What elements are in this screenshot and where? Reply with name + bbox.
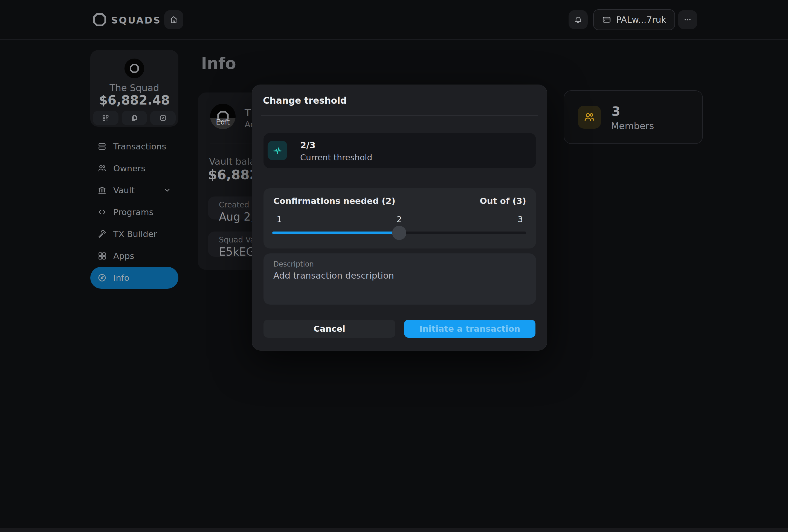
members-count: 3 — [612, 104, 620, 119]
squads-logo-icon — [93, 13, 107, 27]
qr-code-icon — [102, 114, 110, 122]
out-of-label: Out of (3) — [480, 196, 526, 206]
notifications-button[interactable] — [569, 10, 588, 29]
copy-icon — [131, 114, 138, 122]
squad-title-truncated: T — [244, 107, 251, 119]
slider-thumb[interactable] — [392, 226, 406, 240]
squad-balance: $6,882.48 — [90, 93, 178, 107]
current-threshold-card: 2/3 Current threshold — [263, 133, 536, 168]
current-threshold-value: 2/3 — [300, 140, 315, 151]
description-input[interactable] — [273, 270, 526, 300]
app-screen: SQUADS PALw...7ruk The Squad $6,882.48 — [0, 0, 788, 532]
members-card: 3 Members — [564, 90, 703, 144]
transactions-icon — [97, 142, 107, 151]
hammer-icon — [97, 229, 107, 239]
compass-icon — [97, 273, 107, 282]
ellipsis-icon — [683, 15, 692, 24]
home-button[interactable] — [164, 10, 183, 29]
wallet-button[interactable]: PALw...7ruk — [593, 9, 675, 30]
sidebar-item-info[interactable]: Info — [90, 267, 178, 289]
open-external-button[interactable] — [150, 111, 176, 125]
vault-icon — [97, 185, 107, 195]
apps-grid-icon — [97, 251, 107, 260]
sidebar-item-label: Owners — [113, 163, 145, 173]
slider-tick-2: 2 — [396, 215, 402, 224]
sidebar-nav: Transactions Owners Vault Programs TX Bu… — [90, 136, 178, 289]
sidebar-item-label: Programs — [113, 207, 154, 217]
sidebar-item-label: Info — [113, 273, 130, 283]
threshold-slider-card: Confirmations needed (2) Out of (3) 1 2 … — [263, 188, 536, 249]
chevron-down-icon — [163, 186, 171, 194]
squad-name: The Squad — [90, 82, 178, 93]
page-title: Info — [201, 54, 236, 73]
description-label: Description — [273, 260, 526, 268]
programs-icon — [97, 208, 107, 217]
edit-avatar-overlay[interactable]: Edit — [210, 118, 236, 129]
bell-icon — [573, 15, 583, 24]
qr-code-button[interactable] — [93, 111, 118, 125]
modal-title: Change treshold — [263, 95, 347, 106]
slider-tick-3: 3 — [518, 215, 523, 224]
slider-tick-1: 1 — [277, 215, 282, 224]
sidebar-item-label: TX Builder — [113, 229, 157, 239]
sidebar-item-label: Vault — [113, 185, 135, 195]
top-bar: SQUADS PALw...7ruk — [0, 0, 788, 40]
description-field-card: Description — [263, 253, 536, 304]
bottom-edge-strip — [0, 528, 788, 532]
wallet-address: PALw...7ruk — [616, 15, 666, 25]
change-threshold-modal: Change treshold 2/3 Current threshold Co… — [252, 84, 547, 351]
external-link-icon — [159, 114, 167, 122]
home-icon — [169, 15, 178, 24]
members-label: Members — [611, 120, 654, 131]
brand-name: SQUADS — [111, 15, 161, 26]
cancel-button[interactable]: Cancel — [263, 320, 395, 338]
squad-avatar — [124, 59, 144, 78]
sidebar-item-label: Transactions — [113, 141, 166, 151]
sidebar-item-apps[interactable]: Apps — [90, 245, 178, 267]
slider-fill — [272, 232, 399, 234]
threshold-slider[interactable] — [272, 232, 526, 234]
overflow-menu-button[interactable] — [678, 10, 697, 29]
sidebar-item-owners[interactable]: Owners — [90, 157, 178, 179]
initiate-transaction-button[interactable]: Initiate a transaction — [404, 320, 535, 338]
sidebar-item-programs[interactable]: Programs — [90, 201, 178, 223]
divider — [261, 115, 538, 116]
sidebar-item-label: Apps — [113, 251, 134, 261]
owners-icon — [97, 164, 107, 173]
sidebar-item-vault[interactable]: Vault — [90, 179, 178, 201]
credit-card-icon — [602, 15, 611, 24]
squad-summary-card: The Squad $6,882.48 — [90, 50, 178, 127]
squad-quick-actions — [93, 111, 176, 125]
squads-logo-icon — [130, 64, 139, 73]
confirmations-needed-label: Confirmations needed (2) — [273, 196, 395, 206]
sidebar-item-tx-builder[interactable]: TX Builder — [90, 223, 178, 245]
squad-avatar-editable[interactable]: Edit — [210, 104, 236, 129]
members-icon-tile — [578, 106, 601, 129]
copy-address-button[interactable] — [122, 111, 147, 125]
sidebar-item-transactions[interactable]: Transactions — [90, 136, 178, 157]
members-icon — [583, 111, 595, 123]
activity-pulse-icon — [272, 145, 283, 156]
current-threshold-label: Current threshold — [300, 153, 372, 162]
threshold-icon-tile — [268, 141, 287, 160]
